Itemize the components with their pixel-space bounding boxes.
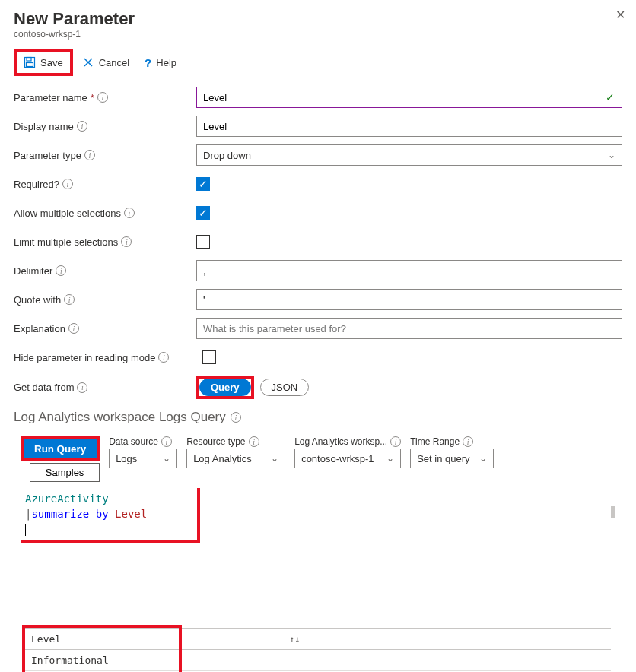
chevron-down-icon: ⌄ [608, 150, 615, 160]
parameter-name-input[interactable] [196, 87, 622, 108]
check-icon: ✓ [199, 178, 208, 190]
workspace-select[interactable]: contoso-wrksp-1 ⌄ [294, 449, 401, 468]
required-indicator: * [91, 92, 94, 103]
close-button[interactable]: ✕ [615, 8, 625, 22]
resource-type-select[interactable]: Log Analytics ⌄ [186, 449, 285, 468]
save-icon [24, 56, 36, 68]
row-allow-multiple: Allow multiple selections i ✓ [14, 202, 622, 223]
sort-icon[interactable]: ↑↓ [289, 634, 300, 645]
hide-parameter-checkbox[interactable] [202, 350, 216, 364]
parameter-type-select[interactable]: Drop down ⌄ [196, 144, 622, 166]
scroll-indicator [611, 506, 615, 518]
chevron-down-icon: ⌄ [386, 453, 394, 464]
row-parameter-type: Parameter type i Drop down ⌄ [14, 144, 622, 166]
time-range-select[interactable]: Set in query ⌄ [410, 449, 494, 468]
parameter-type-label: Parameter type [14, 150, 81, 161]
results-header[interactable]: Level ↑↓ [25, 628, 611, 650]
help-button[interactable]: ? Help [138, 52, 183, 73]
limit-multiple-checkbox[interactable] [196, 235, 210, 249]
explanation-input[interactable] [196, 318, 622, 339]
limit-multiple-label: Limit multiple selections [14, 236, 118, 248]
info-icon[interactable]: i [463, 436, 473, 447]
results-row[interactable]: Informational [25, 650, 611, 671]
run-query-button[interactable]: Run Query [24, 439, 97, 458]
chevron-down-icon: ⌄ [163, 453, 170, 464]
cancel-icon [82, 56, 94, 68]
valid-check-icon: ✓ [606, 91, 615, 103]
info-icon[interactable]: i [97, 92, 108, 103]
pill-json[interactable]: JSON [260, 379, 310, 396]
save-button[interactable]: Save [17, 52, 69, 72]
row-display-name: Display name i [14, 116, 622, 137]
quote-with-label: Quote with [14, 294, 61, 306]
info-icon[interactable]: i [64, 294, 75, 305]
info-icon[interactable]: i [390, 436, 401, 447]
data-source-select[interactable]: Logs ⌄ [109, 449, 177, 468]
cancel-label: Cancel [99, 57, 129, 68]
get-data-from-label: Get data from [14, 382, 74, 393]
section-title: Log Analytics workspace Logs Query i [14, 410, 622, 425]
info-icon[interactable]: i [68, 323, 79, 334]
highlight-save: Save [14, 49, 73, 76]
info-icon[interactable]: i [62, 179, 73, 189]
workspace-label: Log Analytics worksp... [294, 436, 387, 447]
query-editor[interactable]: AzureActivity |summarize by Level Level … [21, 488, 615, 672]
allow-multiple-label: Allow multiple selections [14, 208, 121, 219]
info-icon[interactable]: i [77, 382, 87, 393]
row-limit-multiple: Limit multiple selections i [14, 231, 622, 252]
query-keyword-token: summarize by [31, 508, 108, 520]
row-get-data-from: Get data from i Query JSON [14, 376, 622, 399]
page-title: New Parameter [14, 9, 622, 29]
row-delimiter: Delimiter i [14, 260, 622, 281]
info-icon[interactable]: i [77, 121, 87, 132]
parameter-type-value: Drop down [203, 150, 251, 161]
parameter-panel: ✕ New Parameter contoso-wrksp-1 Save Can… [0, 0, 636, 672]
samples-button[interactable]: Samples [30, 463, 100, 482]
info-icon[interactable]: i [121, 236, 132, 247]
save-label: Save [40, 57, 63, 68]
data-source-value: Logs [116, 453, 137, 464]
allow-multiple-checkbox[interactable]: ✓ [196, 206, 210, 220]
query-toolbar: Run Query Samples Data sourcei Logs ⌄ Re… [21, 436, 615, 482]
row-parameter-name: Parameter name * i ✓ [14, 87, 622, 108]
time-range-label: Time Range [410, 436, 460, 447]
editor-caret [25, 524, 26, 536]
query-table-token: AzureActivity [25, 493, 109, 505]
info-icon[interactable]: i [56, 265, 66, 276]
check-icon: ✓ [199, 207, 208, 219]
query-panel: Run Query Samples Data sourcei Logs ⌄ Re… [14, 430, 622, 672]
required-checkbox[interactable]: ✓ [196, 177, 210, 191]
chevron-down-icon: ⌄ [479, 453, 487, 464]
info-icon[interactable]: i [249, 436, 259, 447]
row-quote-with: Quote with i [14, 289, 622, 310]
info-icon[interactable]: i [124, 208, 135, 218]
row-explanation: Explanation i [14, 318, 622, 339]
pill-query[interactable]: Query [199, 379, 251, 396]
quote-with-input[interactable] [196, 289, 622, 310]
page-subtitle: contoso-wrksp-1 [14, 29, 622, 40]
required-label: Required? [14, 179, 59, 190]
info-icon[interactable]: i [231, 412, 241, 423]
info-icon[interactable]: i [161, 436, 172, 447]
parameter-name-label: Parameter name [14, 92, 87, 103]
info-icon[interactable]: i [158, 352, 169, 363]
row-required: Required? i ✓ [14, 173, 622, 195]
display-name-input[interactable] [196, 116, 622, 137]
delimiter-input[interactable] [196, 260, 622, 281]
delimiter-label: Delimiter [14, 265, 52, 277]
chevron-down-icon: ⌄ [271, 453, 278, 464]
results-column-header: Level [31, 633, 61, 645]
query-column-token: Level [115, 508, 147, 520]
info-icon[interactable]: i [84, 150, 95, 160]
svg-rect-1 [27, 58, 31, 62]
results-table: Level ↑↓ Informational Warning [25, 628, 611, 672]
resource-type-label: Resource type [186, 436, 245, 447]
display-name-label: Display name [14, 121, 74, 132]
help-label: Help [156, 57, 176, 68]
cancel-button[interactable]: Cancel [76, 52, 135, 72]
command-bar: Save Cancel ? Help [14, 49, 622, 76]
time-range-value: Set in query [417, 453, 469, 464]
explanation-label: Explanation [14, 323, 65, 334]
highlight-run-query: Run Query [21, 436, 100, 461]
highlight-query-pill: Query [196, 376, 254, 399]
